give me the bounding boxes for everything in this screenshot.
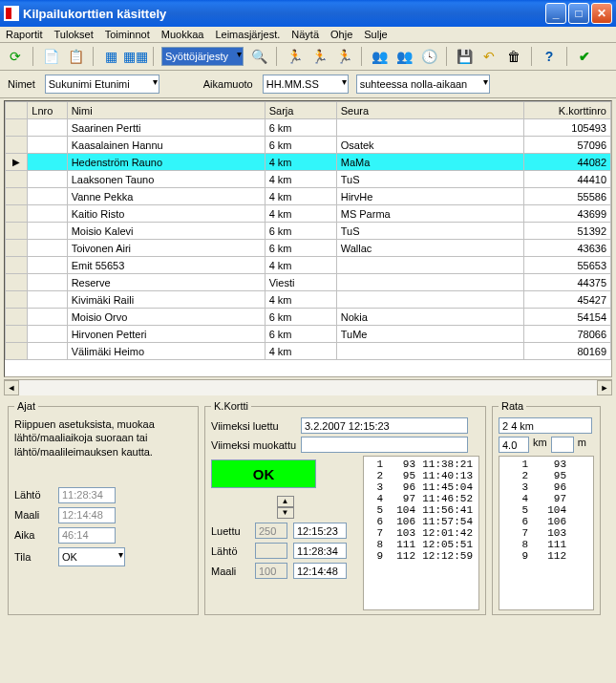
undo-icon[interactable]: ↶ [479,47,499,66]
clock-icon[interactable]: 🕓 [419,47,438,66]
ajat-panel: Ajat Riippuen asetuksista, muokaa lähtö/… [8,400,199,615]
check-icon[interactable]: ✔ [575,47,594,66]
viimeksi-muokattu-field[interactable] [301,437,468,453]
refresh-icon[interactable]: ⟳ [6,47,25,66]
kortti-legend: K.Kortti [211,400,251,412]
k-lahto-n [255,543,287,559]
table-row[interactable]: Hirvonen Petteri6 kmTuMe78066 [6,326,611,343]
menu-ohje[interactable]: Ohje [330,29,352,40]
viimeksi-luettu-label: Viimeksi luettu [211,420,297,432]
km-label: km [533,437,547,453]
table-row[interactable]: ▶Hedenström Rauno4 kmMaMa44082 [6,154,611,171]
luettu-n [255,523,287,539]
aika-label: Aika [14,529,53,541]
group2-icon[interactable]: 👥 [394,47,414,66]
lahto-field[interactable] [58,487,116,503]
grid1-icon[interactable]: ▦ [101,47,120,66]
viimeksi-muokattu-label: Viimeksi muokattu [211,439,297,451]
aika-field[interactable] [58,527,116,544]
table-row[interactable]: Moisio Orvo6 kmNokia54154 [6,309,611,326]
dist-field[interactable] [499,437,529,453]
k-maali-t[interactable] [293,563,347,579]
splits-list: 19311:38:2129511:40:1339611:45:0449711:4… [363,456,479,610]
filter-bar: Nimet Sukunimi Etunimi Aikamuoto HH.MM.S… [0,71,616,98]
help-icon[interactable]: ? [540,47,559,66]
menu-tulokset[interactable]: Tulokset [54,29,94,40]
maali-field[interactable] [58,507,116,523]
menu-toiminnot[interactable]: Toiminnot [105,29,150,40]
k-lahto-label: Lähtö [211,545,249,557]
aikamuoto-select[interactable]: HH.MM.SS [263,75,349,94]
scroll-left-icon[interactable]: ◄ [4,380,19,395]
competitors-grid[interactable]: Lnro Nimi Sarja Seura K.korttinro Saarin… [4,100,612,377]
nimet-label: Nimet [8,78,35,90]
table-row[interactable]: Emit 556534 km55653 [6,257,611,274]
maali-label: Maali [14,509,53,521]
group1-icon[interactable]: 👥 [370,47,389,66]
list-icon[interactable]: 📋 [66,47,85,66]
close-button[interactable]: ✕ [591,3,612,24]
search-icon[interactable]: 🔍 [249,47,268,66]
table-row[interactable]: Saarinen Pertti6 km105493 [6,119,611,137]
grid2-icon[interactable]: ▦▦ [126,47,145,66]
app-icon [4,6,19,21]
col-selector[interactable] [6,102,28,119]
table-row[interactable]: ReserveViesti44375 [6,274,611,291]
controls-list: 19329539649751046106710381119112 [499,456,594,610]
ok-button[interactable]: OK [211,459,316,488]
kortti-panel: K.Kortti Viimeksi luettu Viimeksi muokat… [204,400,486,615]
col-sarja[interactable]: Sarja [265,102,336,119]
table-row[interactable]: Kaasalainen Hannu6 kmOsatek57096 [6,137,611,154]
nimet-select[interactable]: Sukunimi Etunimi [45,75,159,94]
viimeksi-luettu-field[interactable] [301,417,468,434]
minimize-button[interactable]: _ [545,3,566,24]
col-lnro[interactable]: Lnro [28,102,67,119]
k-maali-n [255,563,287,579]
col-kortti[interactable]: K.korttinro [524,102,611,119]
toolbar: ⟳ 📄 📋 ▦ ▦▦ Syöttöjärjesty 🔍 🏃 🏃 🏃 👥 👥 🕓 … [0,43,616,71]
table-row[interactable]: Kivimäki Raili4 km45427 [6,291,611,309]
save-icon[interactable]: 💾 [455,47,474,66]
table-row[interactable]: Välimäki Heimo4 km80169 [6,343,611,360]
lahto-label: Lähtö [14,489,53,501]
table-row[interactable]: Vanne Pekka4 kmHirvHe55586 [6,188,611,205]
scroll-right-icon[interactable]: ► [597,380,612,395]
luettu-label: Luettu [211,525,249,537]
maximize-button[interactable]: □ [568,3,589,24]
tila-select[interactable]: OK [58,547,125,566]
m-field[interactable] [551,437,574,453]
rata-legend: Rata [499,400,526,412]
horizontal-scrollbar[interactable]: ◄ ► [4,379,612,395]
spinner[interactable]: ▲▼ [277,496,294,519]
menu-muokkaa[interactable]: Muokkaa [161,29,204,40]
aikamuoto-label: Aikamuoto [203,78,253,90]
menu-nayta[interactable]: Näytä [291,29,319,40]
runners1-icon[interactable]: 🏃 [285,47,304,66]
course-field[interactable] [499,417,592,434]
col-nimi[interactable]: Nimi [67,102,265,119]
window-title: Kilpailukorttien käsittely [23,7,543,21]
table-row[interactable]: Moisio Kalevi6 kmTuS51392 [6,223,611,240]
table-row[interactable]: Kaitio Risto4 kmMS Parma43699 [6,205,611,223]
runners3-icon[interactable]: 🏃 [334,47,353,66]
luettu-t[interactable] [293,523,347,539]
table-row[interactable]: Laaksonen Tauno4 kmTuS44410 [6,171,611,188]
menubar: Raportit Tulokset Toiminnot Muokkaa Leim… [0,27,616,43]
doc-icon[interactable]: 📄 [41,47,60,66]
menu-sulje[interactable]: Sulje [364,29,387,40]
delete-icon[interactable]: 🗑 [504,47,523,66]
sort-select[interactable]: Syöttöjärjesty [161,47,244,66]
tila-label: Tila [14,551,53,563]
menu-raportit[interactable]: Raportit [6,29,43,40]
m-label: m [578,437,586,453]
k-lahto-t[interactable] [293,543,347,559]
rata-panel: Rata km m 193295396497510461067103811191… [492,400,601,615]
col-seura[interactable]: Seura [336,102,524,119]
titlebar: Kilpailukorttien käsittely _ □ ✕ [0,0,616,27]
menu-leimasjarjest[interactable]: Leimasjärjest. [215,29,280,40]
ajat-info: Riippuen asetuksista, muokaa lähtö/maali… [14,417,192,459]
suhteessa-select[interactable]: suhteessa nolla-aikaan [356,75,490,94]
runners2-icon[interactable]: 🏃 [309,47,329,66]
table-row[interactable]: Toivonen Airi6 kmWallac43636 [6,240,611,257]
ajat-legend: Ajat [14,400,38,412]
